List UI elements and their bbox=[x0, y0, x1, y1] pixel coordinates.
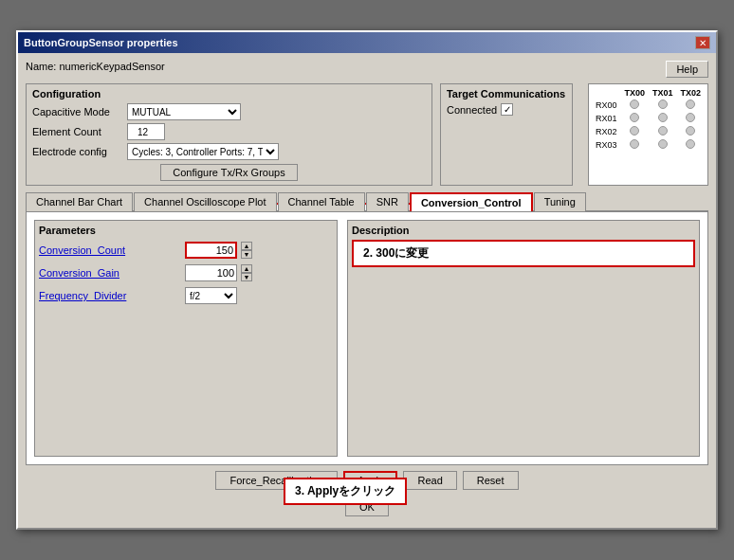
conversion-gain-row: Conversion_Gain ▲ ▼ bbox=[39, 264, 333, 281]
conversion-gain-spinner: ▲ ▼ bbox=[241, 264, 252, 281]
target-comm-title: Target Communications bbox=[447, 88, 566, 99]
tx-rx-table: TX00 TX01 TX02 RX00 RX01 bbox=[592, 87, 705, 152]
element-count-label: Element Count bbox=[32, 126, 127, 137]
tab-tuning[interactable]: Tuning bbox=[534, 192, 586, 211]
element-count-row: Element Count bbox=[32, 123, 426, 140]
conversion-count-up[interactable]: ▲ bbox=[241, 242, 252, 250]
configuration-section: Configuration Capacitive Mode MUTUAL Ele… bbox=[26, 83, 432, 186]
rx00-tx00 bbox=[620, 99, 649, 112]
conversion-count-down[interactable]: ▼ bbox=[241, 250, 252, 259]
window-title: ButtonGroupSensor properties bbox=[24, 37, 178, 48]
tx-rx-corner bbox=[592, 87, 621, 99]
tab-channel-bar-chart[interactable]: Channel Bar Chart bbox=[26, 192, 133, 211]
rx03-tx02 bbox=[676, 138, 705, 152]
content-area: Parameters Conversion_Count ▲ ▼ Conversi… bbox=[26, 212, 708, 465]
rx00-label: RX00 bbox=[592, 99, 621, 112]
rx02-tx02 bbox=[676, 125, 705, 138]
sensor-name-label: Name: numericKeypadSensor bbox=[26, 61, 165, 72]
callout-3: 3. Applyをクリック bbox=[284, 478, 407, 505]
tabs-row: Channel Bar Chart Channel Oscilloscope P… bbox=[26, 191, 708, 212]
conversion-gain-link[interactable]: Conversion_Gain bbox=[39, 267, 181, 279]
parameters-panel: Parameters Conversion_Count ▲ ▼ Conversi… bbox=[34, 220, 338, 457]
frequency-divider-link[interactable]: Frequency_Divider bbox=[39, 290, 181, 301]
configure-txrx-button[interactable]: Configure Tx/Rx Groups bbox=[160, 164, 297, 181]
electrode-config-label: Electrode config bbox=[32, 146, 127, 157]
rx01-tx01 bbox=[649, 112, 677, 125]
rx01-label: RX01 bbox=[592, 112, 621, 125]
close-button[interactable]: ✕ bbox=[695, 36, 710, 49]
conversion-gain-up[interactable]: ▲ bbox=[241, 264, 252, 273]
electrode-config-select[interactable]: Cycles: 3, Controller Ports: 7, TX: 3, R… bbox=[127, 143, 279, 160]
config-title: Configuration bbox=[32, 88, 426, 99]
capacitive-mode-select[interactable]: MUTUAL bbox=[127, 103, 241, 120]
main-sections: Configuration Capacitive Mode MUTUAL Ele… bbox=[26, 83, 708, 186]
connected-label: Connected bbox=[447, 104, 497, 116]
content-inner: Parameters Conversion_Count ▲ ▼ Conversi… bbox=[34, 220, 700, 457]
tab-channel-table[interactable]: Channel Table bbox=[278, 192, 365, 211]
rx01-tx02 bbox=[676, 112, 705, 125]
rx03-row: RX03 bbox=[592, 138, 705, 152]
rx01-row: RX01 bbox=[592, 112, 705, 125]
target-communications-section: Target Communications Connected bbox=[440, 83, 573, 186]
electrode-config-row: Electrode config Cycles: 3, Controller P… bbox=[32, 143, 426, 160]
tx-rx-grid: TX00 TX01 TX02 RX00 RX01 bbox=[588, 83, 708, 186]
tx00-header: TX00 bbox=[620, 87, 649, 99]
rx02-tx00 bbox=[620, 125, 649, 138]
rx02-row: RX02 bbox=[592, 125, 705, 138]
rx00-tx01 bbox=[649, 99, 677, 112]
top-row: Name: numericKeypadSensor Help bbox=[26, 61, 708, 78]
description-panel: Description 2. 300に変更 bbox=[347, 220, 700, 457]
connected-row: Connected bbox=[447, 103, 566, 116]
rx02-label: RX02 bbox=[592, 125, 621, 138]
rx03-tx00 bbox=[620, 138, 649, 152]
tab-conversion-control[interactable]: Conversion_Control bbox=[410, 192, 533, 211]
read-button[interactable]: Read bbox=[403, 471, 456, 490]
tab-channel-oscilloscope-plot[interactable]: Channel Oscilloscope Plot bbox=[134, 192, 276, 211]
conversion-count-spinner: ▲ ▼ bbox=[241, 242, 252, 259]
tab-snr[interactable]: SNR bbox=[366, 192, 409, 211]
main-window: ButtonGroupSensor properties ✕ Name: num… bbox=[16, 30, 718, 530]
connected-checkbox[interactable] bbox=[501, 103, 513, 116]
description-title: Description bbox=[352, 225, 695, 236]
tx01-header: TX01 bbox=[649, 87, 677, 99]
rx02-tx01 bbox=[649, 125, 677, 138]
parameters-title: Parameters bbox=[39, 225, 333, 236]
capacitive-mode-label: Capacitive Mode bbox=[32, 106, 127, 117]
conversion-gain-input[interactable] bbox=[185, 264, 237, 281]
conversion-gain-down[interactable]: ▼ bbox=[241, 273, 252, 281]
conversion-count-row: Conversion_Count ▲ ▼ bbox=[39, 242, 333, 259]
title-bar: ButtonGroupSensor properties ✕ bbox=[18, 32, 716, 53]
reset-button[interactable]: Reset bbox=[463, 471, 519, 490]
element-count-input[interactable] bbox=[127, 123, 165, 140]
help-button[interactable]: Help bbox=[666, 61, 708, 78]
tx02-header: TX02 bbox=[676, 87, 705, 99]
capacitive-mode-row: Capacitive Mode MUTUAL bbox=[32, 103, 426, 120]
rx03-tx01 bbox=[649, 138, 677, 152]
rx00-row: RX00 bbox=[592, 99, 705, 112]
conversion-count-input[interactable] bbox=[185, 242, 237, 259]
frequency-divider-row: Frequency_Divider f/2 bbox=[39, 287, 333, 304]
rx03-label: RX03 bbox=[592, 138, 621, 152]
rx01-tx00 bbox=[620, 112, 649, 125]
rx00-tx02 bbox=[676, 99, 705, 112]
window-body: Name: numericKeypadSensor Help Configura… bbox=[18, 53, 716, 528]
frequency-divider-select[interactable]: f/2 bbox=[185, 287, 237, 304]
conversion-count-link[interactable]: Conversion_Count bbox=[39, 244, 181, 256]
callout-2: 2. 300に変更 bbox=[352, 240, 695, 267]
